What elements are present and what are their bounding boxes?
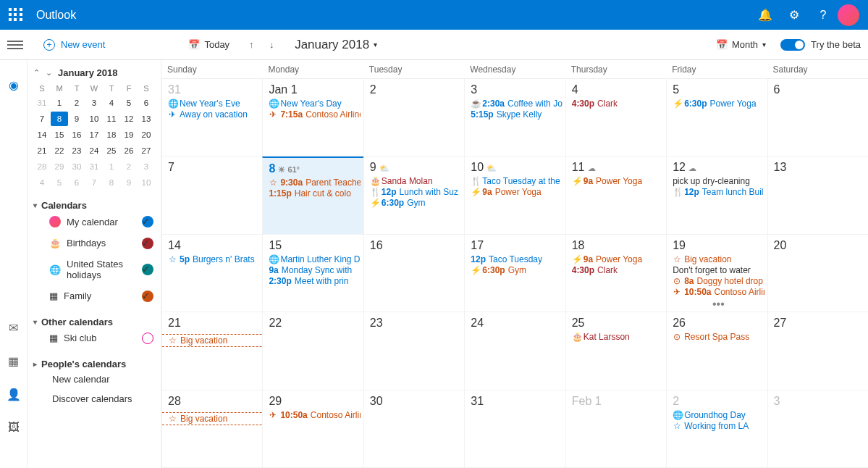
mini-day-cell[interactable]: 17: [85, 128, 103, 142]
event[interactable]: 🍴12pTeam lunch Buil: [673, 187, 764, 197]
event[interactable]: 2:30pMeet with prin: [269, 276, 360, 286]
event[interactable]: 🌐New Year's Day: [269, 99, 360, 109]
mini-day-cell[interactable]: 2: [68, 96, 85, 110]
day-cell[interactable]: 3: [767, 390, 868, 468]
event[interactable]: ✈7:15aContoso Airline: [269, 109, 360, 120]
mini-day-cell[interactable]: 11: [103, 112, 120, 126]
checkbox-icon[interactable]: [142, 333, 153, 344]
day-cell[interactable]: 6: [767, 79, 868, 156]
mini-day-cell[interactable]: 18: [103, 128, 120, 142]
mini-day-cell[interactable]: 23: [68, 143, 85, 158]
mini-day-cell[interactable]: 31: [85, 159, 103, 174]
event[interactable]: 5:15pSkype Kelly: [471, 109, 562, 120]
event[interactable]: ⚡6:30pGym: [370, 198, 461, 208]
mini-day-cell[interactable]: 8: [51, 112, 68, 126]
mini-day-cell[interactable]: 28: [33, 159, 51, 174]
day-cell[interactable]: 30: [363, 390, 464, 468]
mini-day-cell[interactable]: 25: [103, 143, 120, 158]
mini-day-cell[interactable]: 24: [85, 143, 103, 158]
settings-icon[interactable]: ⚙: [780, 1, 809, 30]
mini-day-cell[interactable]: 3: [85, 96, 103, 110]
photos-icon[interactable]: 🖼: [7, 420, 21, 435]
outlook-icon[interactable]: ◉: [7, 78, 21, 92]
mini-day-cell[interactable]: 29: [51, 159, 68, 174]
mini-day-cell[interactable]: 26: [120, 143, 138, 158]
mini-day-cell[interactable]: 16: [68, 128, 85, 142]
new-event-button[interactable]: +New event: [43, 39, 105, 51]
day-cell[interactable]: 8☀ 61°☆9:30aParent Teacher1:15pHair cut …: [262, 156, 363, 234]
mini-day-cell[interactable]: 30: [68, 159, 85, 174]
view-selector[interactable]: 📅Month▾: [716, 39, 766, 50]
day-cell[interactable]: 31🌐New Year's Eve✈Away on vacation: [161, 79, 262, 156]
people-calendars-section[interactable]: ▸People's calendars: [33, 359, 155, 369]
day-cell[interactable]: 44:30pClark: [565, 79, 666, 156]
event[interactable]: 🌐New Year's Eve: [168, 99, 259, 109]
day-cell[interactable]: 25🎂Kat Larsson: [565, 312, 666, 390]
calendars-section[interactable]: ▾Calendars: [33, 200, 155, 211]
day-cell[interactable]: 23: [363, 312, 464, 390]
day-cell[interactable]: 14☆5pBurgers n' Brats: [161, 235, 262, 312]
mini-day-cell[interactable]: 10: [138, 175, 155, 190]
event[interactable]: 🌐Martin Luther King D: [269, 254, 360, 264]
event-banner[interactable]: ☆Big vacation: [162, 412, 262, 425]
event[interactable]: ✈Away on vacation: [168, 109, 259, 120]
mini-day-cell[interactable]: 2: [120, 159, 138, 174]
event[interactable]: ⚡9aPower Yoga: [572, 176, 663, 186]
day-cell[interactable]: 5⚡6:30pPower Yoga: [666, 79, 767, 156]
day-cell[interactable]: 13: [767, 156, 868, 234]
discover-calendars-link[interactable]: Discover calendars: [33, 389, 155, 409]
mini-day-cell[interactable]: 22: [51, 143, 68, 158]
day-cell[interactable]: 3☕2:30aCoffee with Jo5:15pSkype Kelly: [464, 79, 565, 156]
event[interactable]: 🍴Taco Tuesday at the: [471, 176, 562, 186]
event[interactable]: 4:30pClark: [572, 99, 663, 109]
event[interactable]: 🍴12pLunch with Suz: [370, 187, 461, 197]
event[interactable]: pick up dry-cleaning: [673, 176, 764, 186]
event[interactable]: ☆5pBurgers n' Brats: [168, 254, 259, 264]
day-cell[interactable]: 28☆Big vacation: [161, 390, 262, 468]
mini-day-cell[interactable]: 6: [138, 96, 155, 110]
event[interactable]: ⚡9aPower Yoga: [572, 254, 663, 264]
event[interactable]: ✈10:50aContoso Airlin: [269, 410, 360, 420]
event[interactable]: ☕2:30aCoffee with Jo: [471, 99, 562, 109]
month-selector[interactable]: January 2018▾: [295, 38, 377, 52]
event[interactable]: 9aMonday Sync with: [269, 265, 360, 275]
other-calendars-section[interactable]: ▾Other calendars: [33, 317, 155, 327]
event[interactable]: 12pTaco Tuesday: [471, 254, 562, 264]
day-cell[interactable]: 11☁⚡9aPower Yoga: [565, 156, 666, 234]
event[interactable]: ⚡6:30pPower Yoga: [673, 99, 764, 109]
mini-day-cell[interactable]: 3: [138, 159, 155, 174]
mini-day-cell[interactable]: 6: [68, 175, 85, 190]
mini-day-cell[interactable]: 8: [103, 175, 120, 190]
mini-day-cell[interactable]: 1: [51, 96, 68, 110]
day-cell[interactable]: 26⊙Resort Spa Pass: [666, 312, 767, 390]
calendar-item-family[interactable]: ▦Family✓: [33, 285, 155, 306]
avatar[interactable]: [838, 4, 859, 26]
app-launcher-icon[interactable]: [9, 8, 23, 22]
day-cell[interactable]: 12☁pick up dry-cleaning🍴12pTeam lunch Bu…: [666, 156, 767, 234]
mini-day-cell[interactable]: 4: [33, 175, 51, 190]
day-cell[interactable]: 27: [767, 312, 868, 390]
mini-day-cell[interactable]: 5: [51, 175, 68, 190]
event[interactable]: ☆Big vacation: [673, 254, 764, 264]
day-cell[interactable]: 22: [262, 312, 363, 390]
mini-day-cell[interactable]: 7: [85, 175, 103, 190]
mini-day-cell[interactable]: 4: [103, 96, 120, 110]
event[interactable]: 4:30pClark: [572, 265, 663, 275]
event[interactable]: ⚡9aPower Yoga: [471, 187, 562, 197]
day-cell[interactable]: Jan 1🌐New Year's Day✈7:15aContoso Airlin…: [262, 79, 363, 156]
event[interactable]: Don't forget to water: [673, 265, 764, 275]
day-cell[interactable]: 31: [464, 390, 565, 468]
day-cell[interactable]: 18⚡9aPower Yoga4:30pClark: [565, 235, 666, 312]
day-cell[interactable]: 21☆Big vacation: [161, 312, 262, 390]
beta-toggle[interactable]: [780, 39, 805, 51]
mini-day-cell[interactable]: 5: [120, 96, 138, 110]
day-cell[interactable]: 2: [363, 79, 464, 156]
calendar-item-holidays[interactable]: 🌐United States holidays✓: [33, 254, 155, 285]
mini-day-cell[interactable]: 20: [138, 128, 155, 142]
event[interactable]: 🎂Sanda Molan: [370, 176, 461, 186]
event[interactable]: 1:15pHair cut & colo: [269, 188, 360, 199]
checkbox-icon[interactable]: ✓: [142, 291, 153, 302]
day-cell[interactable]: 15🌐Martin Luther King D9aMonday Sync wit…: [262, 235, 363, 312]
mini-day-cell[interactable]: 14: [33, 128, 51, 142]
mail-icon[interactable]: ✉: [7, 320, 21, 335]
